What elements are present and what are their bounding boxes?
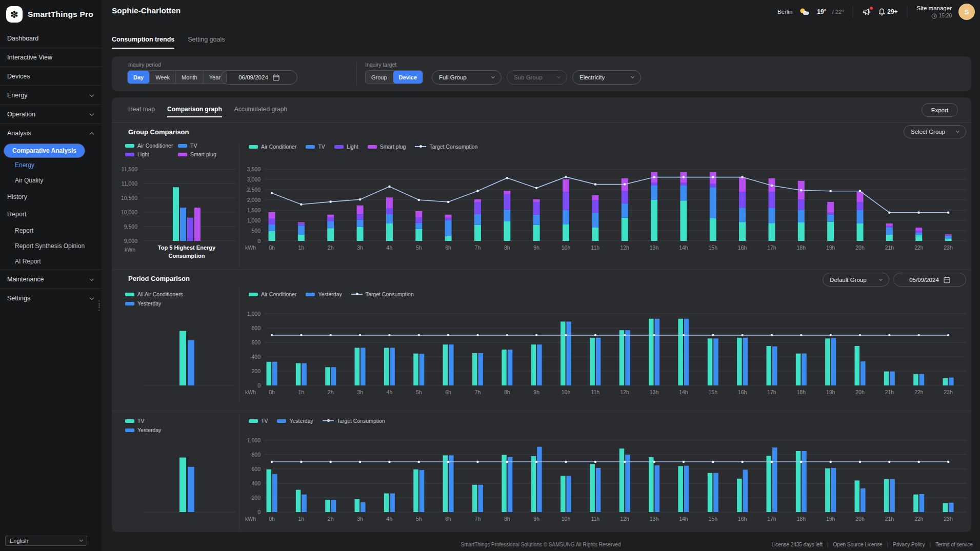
legend-label: Air Conditioner xyxy=(137,142,173,149)
svg-text:19h: 19h xyxy=(826,389,835,395)
svg-text:6h: 6h xyxy=(445,516,451,522)
group-comparison-chart: 3,5003,0002,5002,0001,5001,00050000h1h2h… xyxy=(241,147,974,262)
sidebar-item-history[interactable]: History xyxy=(0,188,102,206)
svg-text:14h: 14h xyxy=(679,244,688,251)
svg-text:kWh: kWh xyxy=(245,244,256,251)
divider xyxy=(0,48,102,48)
svg-text:8h: 8h xyxy=(504,516,510,522)
notification-count: 29+ xyxy=(887,8,897,15)
sidebar-item-ai-report[interactable]: AI Report xyxy=(0,254,102,269)
svg-text:17h: 17h xyxy=(767,389,776,395)
svg-text:17h: 17h xyxy=(767,516,776,522)
tab-accumulated-graph[interactable]: Accumulated graph xyxy=(234,106,287,117)
svg-text:14h: 14h xyxy=(679,389,688,395)
sidebar-item-label: Comparative Analysis xyxy=(12,147,76,154)
chevron-down-icon xyxy=(631,75,634,78)
sidebar-item-label: Dashboard xyxy=(7,35,38,42)
svg-text:11h: 11h xyxy=(591,244,599,251)
svg-text:2,500: 2,500 xyxy=(247,187,261,193)
svg-text:18h: 18h xyxy=(797,244,806,251)
svg-text:23h: 23h xyxy=(944,389,953,395)
sidebar-item-report[interactable]: Report xyxy=(0,223,102,238)
chevron-down-icon xyxy=(491,75,495,78)
chevron-up-icon xyxy=(90,132,94,136)
period-tv-chart: 1,00080060040020000h1h2h3h4h5h6h7h8h9h10… xyxy=(241,417,974,532)
sidebar-item-dashboard[interactable]: Dashboard xyxy=(0,30,102,47)
period-option-day[interactable]: Day xyxy=(128,71,149,84)
sidebar-item-air-quality[interactable]: Air Quality xyxy=(0,173,102,188)
energy-type-dropdown[interactable]: Electricity xyxy=(572,70,641,85)
tab-setting-goals[interactable]: Setting goals xyxy=(188,36,225,49)
date-picker[interactable]: 06/09/2024 xyxy=(221,70,297,85)
sidebar-item-settings[interactable]: Settings xyxy=(0,290,102,307)
energy-type-value: Electricity xyxy=(579,74,605,80)
period-ac-chart: 1,00080060040020000h1h2h3h4h5h6h7h8h9h10… xyxy=(241,290,974,405)
divider: | xyxy=(930,542,931,547)
announcement-button[interactable] xyxy=(862,8,872,16)
footer-link-terms-of-service[interactable]: Terms of service xyxy=(935,542,973,547)
sidebar-item-label: AI Report xyxy=(15,258,41,265)
sidebar-item-report-synthesis-opinion[interactable]: Report Synthesis Opinion xyxy=(0,238,102,254)
sidebar-item-energy[interactable]: Energy xyxy=(0,87,102,104)
default-group-dropdown[interactable]: Default Group xyxy=(823,273,889,287)
notifications-button[interactable]: 29+ xyxy=(877,8,897,16)
svg-text:6h: 6h xyxy=(445,244,451,251)
divider xyxy=(853,6,853,17)
svg-text:9h: 9h xyxy=(533,389,539,395)
chevron-down-icon xyxy=(90,276,94,280)
export-button[interactable]: Export xyxy=(922,103,958,117)
sidebar-item-analysis[interactable]: Analysis xyxy=(0,125,102,142)
divider xyxy=(0,289,102,289)
sidebar-item-energy[interactable]: Energy xyxy=(0,157,102,173)
sidebar-item-maintenance[interactable]: Maintenance xyxy=(0,271,102,288)
svg-text:1,000: 1,000 xyxy=(247,437,261,443)
chevron-down-icon xyxy=(90,111,94,115)
sidebar-item-comparative-analysis[interactable]: Comparative Analysis xyxy=(4,144,85,158)
svg-text:21h: 21h xyxy=(885,389,894,395)
language-select[interactable]: English xyxy=(5,536,87,546)
inquiry-target-label: Inquiry target xyxy=(365,62,396,68)
svg-text:1,000: 1,000 xyxy=(247,311,261,317)
period-option-week[interactable]: Week xyxy=(149,71,175,84)
svg-text:7h: 7h xyxy=(475,244,481,251)
svg-text:0: 0 xyxy=(257,509,261,515)
svg-text:0h: 0h xyxy=(269,516,275,522)
svg-text:8h: 8h xyxy=(504,244,510,251)
target-option-group[interactable]: Group xyxy=(366,71,393,84)
tab-consumption-trends[interactable]: Consumption trends xyxy=(112,36,174,49)
svg-text:4h: 4h xyxy=(387,389,393,395)
svg-text:23h: 23h xyxy=(944,244,953,251)
svg-text:13h: 13h xyxy=(650,516,659,522)
sidebar-item-operation[interactable]: Operation xyxy=(0,106,102,123)
avatar[interactable]: S xyxy=(958,4,975,20)
sidebar-item-report[interactable]: Report xyxy=(0,206,102,223)
svg-text:6h: 6h xyxy=(445,389,451,395)
top5-bar-0 xyxy=(173,187,179,241)
divider xyxy=(0,67,102,67)
tab-heat-map[interactable]: Heat map xyxy=(128,106,155,117)
footer-link-open-source-license[interactable]: Open Source License xyxy=(833,542,883,547)
sub-group-dropdown[interactable]: Sub Group xyxy=(507,70,567,85)
target-option-device[interactable]: Device xyxy=(393,71,423,84)
sidebar-item-label: Analysis xyxy=(7,130,31,137)
svg-text:11h: 11h xyxy=(591,389,599,395)
divider xyxy=(239,145,239,268)
full-group-dropdown[interactable]: Full Group xyxy=(432,70,502,85)
footer-link-license-2435-days-left: License 2435 days left xyxy=(771,542,823,547)
select-group-dropdown[interactable]: Select Group xyxy=(904,125,966,138)
svg-text:0h: 0h xyxy=(269,389,275,395)
svg-text:22h: 22h xyxy=(914,244,924,251)
period-option-month[interactable]: Month xyxy=(175,71,203,84)
svg-text:17h: 17h xyxy=(767,244,776,251)
divider xyxy=(0,86,102,86)
tab-comparison-graph[interactable]: Comparison graph xyxy=(167,106,222,117)
sidebar-drag-handle[interactable]: ⋮⋮ xyxy=(95,301,103,310)
footer-link-privacy-policy[interactable]: Privacy Policy xyxy=(893,542,925,547)
period-date-picker[interactable]: 05/09/2024 xyxy=(893,273,966,287)
sidebar-item-interactive-view[interactable]: Interactive View xyxy=(0,49,102,66)
svg-text:18h: 18h xyxy=(797,516,806,522)
chart-tabs: Heat map Comparison graph Accumulated gr… xyxy=(128,106,287,117)
divider xyxy=(239,415,239,530)
sidebar-item-devices[interactable]: Devices xyxy=(0,68,102,85)
divider xyxy=(112,123,971,123)
